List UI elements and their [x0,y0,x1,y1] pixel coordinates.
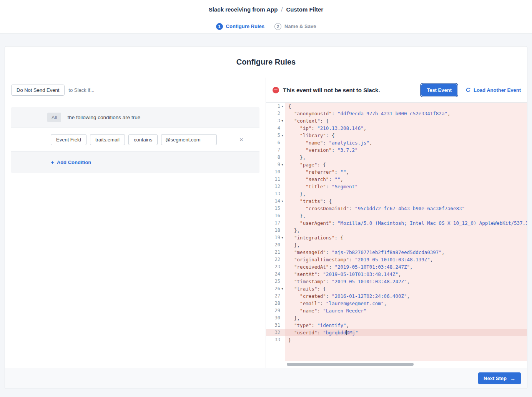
test-event-button[interactable]: Test Event [421,84,457,96]
breadcrumb-parent[interactable]: Slack receiving from App [209,6,278,13]
code-line[interactable]: 31 "type": "identify", [266,322,527,329]
code-line[interactable]: 29 "name": "Lauren Reeder" [266,307,527,314]
fold-arrow-icon[interactable]: ▾ [281,132,284,139]
code-text: "sentAt": "2019-05-10T01:03:48.144Z", [285,271,527,278]
event-preview-panel: This event will not be sent to Slack. Te… [266,78,527,368]
add-condition-row: + Add Condition [11,152,259,173]
code-text: "traits": { [285,285,527,292]
code-text: "originalTimestamp": "2019-05-10T01:03:4… [285,256,527,263]
code-text: "version": "3.7.2" [285,146,527,154]
code-line[interactable]: 1▾{ [266,103,527,110]
code-line[interactable]: 10 "referrer": "", [266,168,527,176]
match-mode-chip[interactable]: All [47,113,61,122]
code-text: "library": { [285,132,527,139]
fold-arrow-icon[interactable]: ▾ [281,285,284,292]
code-line[interactable]: 30 }, [266,314,527,322]
line-number: 4 [266,125,285,132]
next-step-label: Next Step [484,375,507,381]
code-line[interactable]: 14▾ "traits": { [266,198,527,205]
code-lines: 1▾{2 "anonymousId": "ddf9ecda-977b-4231-… [266,103,527,344]
code-text: }, [285,227,527,234]
load-another-event-link[interactable]: Load Another Event [466,87,521,93]
panels: Do Not Send Event to Slack if... All the… [5,78,527,368]
configure-rules-card: Configure Rules Do Not Send Event to Sla… [5,46,527,389]
line-number: 19▾ [266,234,285,241]
code-line[interactable]: 15 "crossDomainId": "95cbdd72-fc67-4b43-… [266,205,527,212]
code-line[interactable]: 26▾ "traits": { [266,285,527,292]
code-line[interactable]: 32 "userId": "bgrqbddDMj" [266,329,527,336]
code-line[interactable]: 18 }, [266,227,527,234]
code-line[interactable]: 16 }, [266,212,527,219]
code-text: "type": "identify", [285,322,527,329]
next-step-button[interactable]: Next Step → [478,372,521,384]
code-text: "userAgent": "Mozilla/5.0 (Macintosh; In… [285,219,527,227]
line-number: 17 [266,219,285,227]
line-number: 12 [266,183,285,190]
fold-arrow-icon[interactable]: ▾ [281,234,284,241]
line-number: 33 [266,336,285,344]
line-number: 7 [266,146,285,154]
filter-action-row: Do Not Send Event to Slack if... [11,85,259,96]
operator-button[interactable]: contains [128,134,158,145]
code-line[interactable]: 22 "originalTimestamp": "2019-05-10T01:0… [266,256,527,263]
fold-arrow-icon[interactable]: ▾ [281,198,284,205]
line-number: 15 [266,205,285,212]
line-number: 2 [266,110,285,117]
code-text: { [285,103,527,110]
code-line[interactable]: 7 "version": "3.7.2" [266,146,527,154]
code-line[interactable]: 3▾ "context": { [266,117,527,125]
step-name-save[interactable]: 2 Name & Save [274,23,316,30]
code-line[interactable]: 5▾ "library": { [266,132,527,139]
code-line[interactable]: 17 "userAgent": "Mozilla/5.0 (Macintosh;… [266,219,527,227]
breadcrumb-current: Custom Filter [286,6,324,13]
code-line[interactable]: 27 "created": "2016-01-12T02:24:06.400Z"… [266,292,527,300]
fold-arrow-icon[interactable]: ▾ [281,103,284,110]
code-line[interactable]: 11 "search": "", [266,176,527,183]
code-line[interactable]: 6 "name": "analytics.js", [266,139,527,146]
code-line[interactable]: 33} [266,336,527,344]
condition-value-input[interactable] [161,134,217,145]
line-number: 32 [266,329,285,336]
step-number-1: 1 [216,23,223,30]
remove-condition-button[interactable]: × [239,136,243,143]
code-line[interactable]: 8 }, [266,154,527,161]
code-line[interactable]: 19▾ "integrations": { [266,234,527,241]
code-line[interactable]: 12 "title": "Segment" [266,183,527,190]
code-line[interactable]: 23 "receivedAt": "2019-05-10T01:03:48.24… [266,263,527,271]
add-condition-link[interactable]: Add Condition [57,159,91,165]
code-text: }, [285,212,527,219]
do-not-send-event-button[interactable]: Do Not Send Event [11,85,65,96]
code-line[interactable]: 13 }, [266,190,527,198]
line-number: 1▾ [266,103,285,110]
field-button[interactable]: traits.email [90,134,125,145]
horizontal-scrollbar[interactable] [266,361,527,368]
code-line[interactable]: 25 "timestamp": "2019-05-10T01:03:48.242… [266,278,527,285]
code-line[interactable]: 20 }, [266,241,527,249]
step-configure-rules[interactable]: 1 Configure Rules [216,23,264,30]
line-number: 20 [266,241,285,249]
fold-arrow-icon[interactable]: ▾ [281,117,284,125]
line-number: 14▾ [266,198,285,205]
line-number: 18 [266,227,285,234]
field-type-button[interactable]: Event Field [51,134,86,145]
line-number: 11 [266,176,285,183]
code-line[interactable]: 9▾ "page": { [266,161,527,168]
line-number: 10 [266,168,285,176]
code-line[interactable]: 21 "messageId": "ajs-7b8270771eb2f1f8a87… [266,249,527,256]
line-number: 24 [266,271,285,278]
code-line[interactable]: 24 "sentAt": "2019-05-10T01:03:48.144Z", [266,271,527,278]
action-suffix-label: to Slack if... [68,87,94,93]
code-line[interactable]: 28 "email": "lauren@segment.com", [266,300,527,307]
event-json-editor[interactable]: 1▾{2 "anonymousId": "ddf9ecda-977b-4231-… [266,103,527,368]
code-line[interactable]: 4 "ip": "210.13.208.146", [266,125,527,132]
step-number-2: 2 [274,23,281,30]
line-number: 29 [266,307,285,314]
fold-arrow-icon[interactable]: ▾ [281,161,284,168]
scrollbar-thumb[interactable] [287,363,414,366]
code-line[interactable]: 2 "anonymousId": "ddf9ecda-977b-4231-b00… [266,110,527,117]
top-breadcrumb-bar: Slack receiving from App / Custom Filter [0,0,532,19]
load-another-event-label: Load Another Event [474,87,521,93]
match-mode-row: All the following conditions are true [11,107,259,128]
page-title: Configure Rules [5,47,527,78]
code-text: "name": "Lauren Reeder" [285,307,527,314]
